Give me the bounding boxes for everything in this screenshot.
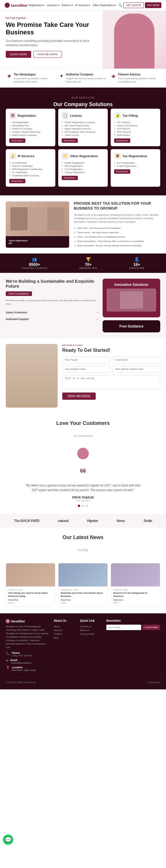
registration-read-more[interactable]: Read More [9, 138, 25, 143]
news-title: Our Latest News [6, 534, 160, 540]
send-message-button[interactable]: SEND MESSAGE [62, 393, 96, 400]
subject-input[interactable] [62, 366, 110, 373]
provide-section: Years Experience 25+ PROVIDE BEST TAX SO… [0, 195, 166, 253]
ip-read-more[interactable]: Read More [9, 179, 25, 183]
testimonial-dot-3[interactable] [86, 505, 88, 507]
dedicated-support-feature[interactable]: Dedicated Support› [6, 316, 98, 322]
stats-strip: 👥 9500+ TRUSTED CLIENTS 🏆 70+ AWARDS WIN… [0, 253, 166, 273]
feature-title-3: Finance Advices [118, 73, 159, 76]
card-tax-filling: 💰 Tax Filling GST Returns Income Tax Ret… [111, 109, 160, 146]
taxreg-card-icon: 🏛 [114, 153, 121, 160]
nav-returns[interactable]: Returns [62, 4, 73, 7]
provide-years-number: 25+ [9, 242, 28, 245]
footer-link-contact[interactable]: Contact Us [80, 625, 102, 628]
footer-link-blog[interactable]: Blog [54, 636, 75, 640]
footer-bottom: © 2024 All rights reserved by Powered by [6, 678, 160, 684]
news-title-2: Eliminate your fears and doubts about Bu… [61, 592, 105, 598]
logo-icon [5, 3, 10, 8]
news-grid: October 2, 2024 Five things you need to … [6, 563, 160, 607]
location-label: Location [12, 666, 36, 669]
search-icon[interactable]: 🔍 [118, 3, 122, 7]
news-read-1[interactable]: Read More [8, 599, 53, 601]
news-read-3[interactable]: Read More [113, 599, 158, 601]
future-section: We're Building a Sustainable and Exquisi… [0, 273, 166, 338]
innovative-image [107, 288, 156, 312]
nav-registration[interactable]: Registration [29, 4, 45, 7]
footer-link-privacy[interactable]: Privacy Policy [80, 632, 102, 636]
footer-quicklink-heading: Quick Link [80, 619, 102, 622]
features-strip: ★ Tax Advantages Incorporates tax benefi… [0, 68, 166, 88]
nav-ip-services[interactable]: IP Services [75, 4, 90, 7]
list-item: Audit Report [114, 133, 157, 137]
message-input[interactable] [62, 375, 160, 389]
phone-label: Phone [12, 652, 32, 654]
partner-hipster: Hipster [87, 519, 98, 523]
footer-link-services[interactable]: Services [54, 628, 75, 632]
chevron-right-icon: › [97, 311, 98, 314]
news-author-3: Admin [113, 602, 158, 604]
card-ip-services: 💡 IP Services AI Certification HACCP Cer… [6, 149, 55, 187]
list-item: GST Returns [114, 121, 157, 124]
get-quote-button[interactable]: GET QUOTE [123, 2, 144, 8]
feature-title-2: Authorise Company [66, 73, 107, 76]
footer-link-portfolio[interactable]: Portfolio [54, 632, 75, 636]
name-input[interactable] [62, 356, 110, 363]
newsletter-input[interactable] [106, 625, 141, 630]
feature-tax-advantages: ★ Tax Advantages Incorporates tax benefi… [5, 73, 57, 83]
taxreg-read-more[interactable]: Read More [114, 169, 130, 174]
card-tax-registration: 🏛 Tax Registration GST Registration E-VA… [111, 149, 160, 187]
news-image-1 [6, 563, 55, 586]
contact-image [6, 344, 58, 408]
list-item: Partnership Firm [9, 124, 52, 127]
nav-other[interactable]: Other Registration [92, 4, 116, 7]
list-item: NGO Registration [62, 164, 104, 168]
dedicated-support-label: Dedicated Support [6, 318, 29, 320]
provide-years: Years Experience 25+ [9, 239, 28, 245]
email-icon: ✉ [6, 659, 9, 664]
other-read-more[interactable]: Read More [62, 176, 78, 180]
hero-title: We Promise Take Care Your Business [6, 21, 91, 36]
testimonial-dot-1[interactable] [78, 505, 80, 507]
contact-image-container [6, 344, 58, 408]
testimonial-dot-2[interactable] [82, 505, 84, 507]
list-item: Tax Registration [9, 121, 52, 124]
nav-licenses[interactable]: Licenses [47, 4, 59, 7]
email-input[interactable] [112, 356, 160, 363]
how-we-work-button[interactable]: HOW WE WORK [33, 51, 62, 58]
list-item: Digital Signature Services [62, 127, 104, 130]
innovative-solutions-card: Innovative Solutions [102, 279, 160, 317]
footer-link-about[interactable]: About [54, 625, 75, 628]
card-license: 📋 License FSSAI Registration & License I… [58, 109, 108, 146]
footer-about: taxudikar Taxudikar is one of the leadin… [6, 619, 49, 673]
free-consultancy-tag[interactable]: Free Consultancy [6, 291, 32, 296]
feature-title-1: Tax Advantages [14, 73, 54, 76]
provide-content: PROVIDE BEST TAX SOLUTION FOR YOUR BUSIN… [74, 201, 160, 248]
license-read-more[interactable]: Read More [62, 138, 78, 143]
footer-newsletter-heading: Newsletter [106, 619, 160, 622]
tax-fill-read-more[interactable]: Read More [114, 138, 130, 143]
testimonials-section: Love Your Customers Our Testimonials 66 … [0, 413, 166, 514]
navigation: Registration Licenses Returns IP Service… [29, 3, 122, 7]
newsletter-subscribe-button[interactable]: SUBSCRIBE [142, 625, 160, 630]
learn-more-button[interactable]: LEARN MORE [6, 51, 31, 58]
list-item: Limited Liability Partnership [9, 130, 52, 133]
tax-fill-card-title: Tax Filling [122, 114, 138, 117]
provide-image-top [6, 202, 69, 236]
list-item: Nidhi Finance Company [9, 133, 52, 137]
testimonials-subtitle: Our Testimonials [6, 428, 160, 444]
footer-link-about-us[interactable]: About Us [80, 628, 102, 632]
future-content: We're Building a Sustainable and Exquisi… [6, 279, 98, 322]
logo[interactable]: taxudikar [5, 3, 28, 8]
news-section: Our Latest News Our Blog October 2, 2024… [0, 528, 166, 613]
pay-now-button[interactable]: PAY NOW [145, 2, 161, 8]
phone-input[interactable] [112, 366, 160, 373]
provide-years-banner: Years Experience 25+ [6, 236, 69, 248]
contact-tag: BECOME A CLIENT [62, 344, 160, 347]
salary-protection-feature[interactable]: Salary Protection› [6, 309, 98, 316]
news-read-2[interactable]: Read More [61, 599, 105, 601]
partner-smile: Smile [143, 519, 152, 523]
footer-logo-icon [6, 619, 10, 623]
testimonials-rating: 66 [6, 461, 160, 481]
employees-icon: 👤 [129, 257, 144, 261]
list-item: FSSAI Registration & License [62, 121, 104, 124]
